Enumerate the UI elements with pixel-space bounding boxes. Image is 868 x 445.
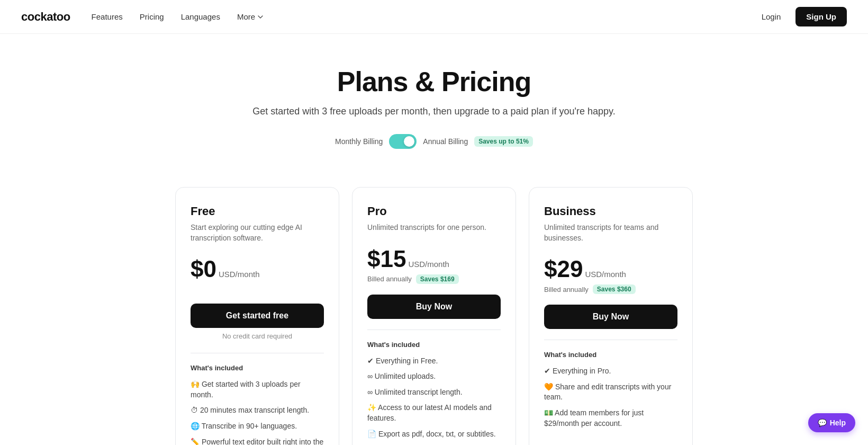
plan-description-pro: Unlimited transcripts for one person. <box>367 222 501 233</box>
nav-links: Features Pricing Languages More <box>92 12 264 21</box>
hero-section: Plans & Pricing Get started with 3 free … <box>0 34 868 187</box>
signup-button[interactable]: Sign Up <box>795 7 847 26</box>
feature-free-0: 🙌 Get started with 3 uploads per month. <box>191 379 324 400</box>
plan-description-free: Start exploring our cutting edge AI tran… <box>191 222 324 243</box>
feature-pro-3: ✨ Access to our latest AI models and fea… <box>367 403 501 423</box>
feature-free-3: ✏️ Powerful text editor built right into… <box>191 437 324 445</box>
feature-business-1: 🧡 Share and edit transcripts with your t… <box>544 382 677 403</box>
features-heading-pro: What's included <box>367 341 501 349</box>
nav-features[interactable]: Features <box>92 12 123 21</box>
features-list-business: ✔ Everything in Pro. 🧡 Share and edit tr… <box>544 366 677 429</box>
plan-price-free: $0 <box>191 256 216 282</box>
help-button[interactable]: 💬 Help <box>808 413 855 432</box>
feature-pro-2: ∞ Unlimited transcript length. <box>367 387 501 398</box>
cta-pro[interactable]: Buy Now <box>367 295 501 319</box>
divider-free <box>191 353 324 353</box>
feature-free-1: ⏱ 20 minutes max transcript length. <box>191 405 324 416</box>
savings-pill-pro: Saves $169 <box>416 274 459 284</box>
feature-business-2: 💵 Add team members for just $29/month pe… <box>544 408 677 429</box>
plan-card-pro: Pro Unlimited transcripts for one person… <box>352 187 516 445</box>
plan-price-row-pro: $15 USD/month <box>367 246 501 272</box>
annual-billing-label: Annual Billing <box>423 137 468 146</box>
logo[interactable]: cockatoo <box>21 10 70 24</box>
nav-more[interactable]: More <box>237 12 264 21</box>
feature-business-0: ✔ Everything in Pro. <box>544 366 677 377</box>
features-list-pro: ✔ Everything in Free. ∞ Unlimited upload… <box>367 356 501 440</box>
savings-pill-business: Saves $360 <box>593 284 636 294</box>
help-label: Help <box>830 419 846 427</box>
plan-description-business: Unlimited transcripts for teams and busi… <box>544 222 677 243</box>
chevron-down-icon <box>257 14 264 20</box>
feature-pro-1: ∞ Unlimited uploads. <box>367 371 501 382</box>
nav-pricing[interactable]: Pricing <box>140 12 164 21</box>
feature-free-2: 🌐 Transcribe in 90+ languages. <box>191 421 324 432</box>
nav-languages[interactable]: Languages <box>181 12 220 21</box>
hero-subtitle: Get started with 3 free uploads per mont… <box>11 106 857 117</box>
savings-badge: Saves up to 51% <box>474 136 533 147</box>
plan-price-unit-free: USD/month <box>219 270 260 279</box>
features-heading-business: What's included <box>544 351 677 359</box>
feature-pro-0: ✔ Everything in Free. <box>367 356 501 367</box>
help-icon: 💬 <box>818 419 827 427</box>
login-button[interactable]: Login <box>755 8 788 25</box>
toggle-knob <box>404 136 414 147</box>
navbar-right: Login Sign Up <box>755 7 847 26</box>
plan-price-pro: $15 <box>367 246 406 272</box>
plan-card-business: Business Unlimited transcripts for teams… <box>529 187 693 445</box>
no-cc-note: No credit card required <box>191 332 324 340</box>
hero-title: Plans & Pricing <box>11 66 857 97</box>
features-list-free: 🙌 Get started with 3 uploads per month. … <box>191 379 324 445</box>
pricing-section: Free Start exploring our cutting edge AI… <box>0 187 868 445</box>
plan-price-row-business: $29 USD/month <box>544 256 677 282</box>
cta-business[interactable]: Buy Now <box>544 305 677 329</box>
plan-price-business: $29 <box>544 256 583 282</box>
plan-price-unit-pro: USD/month <box>408 260 449 269</box>
divider-pro <box>367 330 501 330</box>
plan-name-pro: Pro <box>367 204 501 218</box>
plan-card-free: Free Start exploring our cutting edge AI… <box>175 187 339 445</box>
divider-business <box>544 340 677 340</box>
feature-pro-4: 📄 Export as pdf, docx, txt, or subtitles… <box>367 429 501 440</box>
navbar-left: cockatoo Features Pricing Languages More <box>21 10 264 24</box>
billing-info-pro: Billed annually Saves $169 <box>367 274 501 284</box>
plan-price-row-free: $0 USD/month <box>191 256 324 282</box>
plan-price-unit-business: USD/month <box>585 270 626 279</box>
features-heading-free: What's included <box>191 364 324 372</box>
monthly-billing-label: Monthly Billing <box>335 137 383 146</box>
navbar: cockatoo Features Pricing Languages More… <box>0 0 868 34</box>
billing-toggle: Monthly Billing Annual Billing Saves up … <box>11 134 857 149</box>
cta-free[interactable]: Get started free <box>191 304 324 328</box>
plan-name-free: Free <box>191 204 324 218</box>
billing-toggle-switch[interactable] <box>389 134 417 149</box>
plan-name-business: Business <box>544 204 677 218</box>
billing-info-business: Billed annually Saves $360 <box>544 284 677 294</box>
